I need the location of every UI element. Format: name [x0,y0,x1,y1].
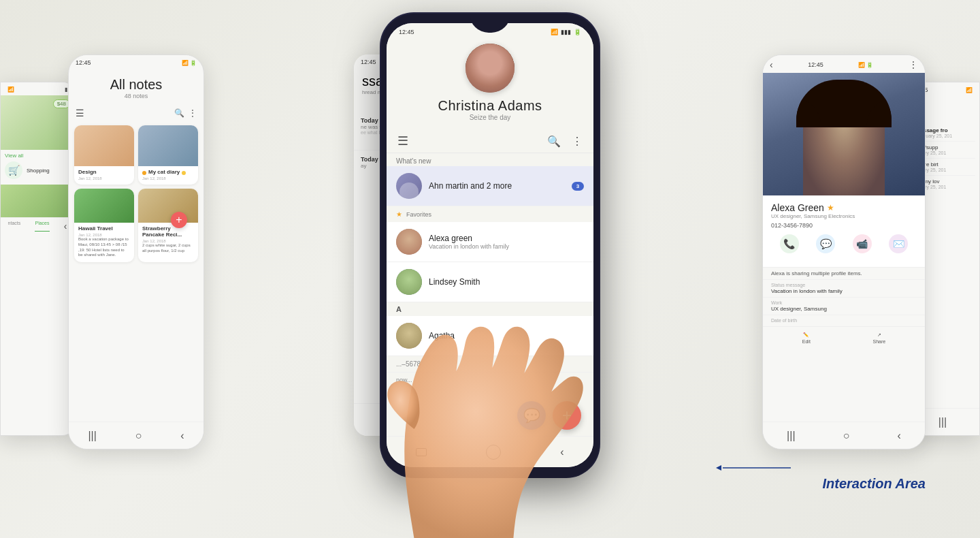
hamburger-icon[interactable]: ☰ [397,133,408,148]
dot-orange [142,171,146,175]
center-status-icons: 📶 ▮▮▮ 🔋 [551,29,581,35]
video-action[interactable]: 📹 [853,234,872,253]
chat-icon-circle: 💬 [816,234,835,253]
chat-fab[interactable]: 💬 [517,401,546,430]
share-button[interactable]: ↗ Share [873,332,886,344]
phone-number-partial: ...–5678 [387,356,593,373]
note-text-hawaii: Book a vacation package to Maui, 08/10 1… [78,237,130,258]
back-arrow[interactable]: ‹ [64,221,67,232]
avatar-face [466,44,514,93]
contact-phone: 012-3456-7890 [771,222,917,229]
contact-name-lindsey: Lindsey Smith [429,277,584,287]
search-toolbar-icon[interactable]: 🔍 [547,135,561,148]
star-icon: ★ [396,210,402,218]
note-date-design: Jan 12, 2018 [78,176,130,180]
note-card-image-art [74,125,134,166]
msg-sender-2: Today [361,156,378,163]
note-card-hawaii[interactable]: Hawaii Travel Jan 12, 2018 Book a vacati… [74,189,134,262]
more-icon[interactable]: ⋮ [189,108,197,118]
status-label: Status message [771,283,917,287]
food-hero-image: $48 [1,95,74,150]
toolbar-right-icons: 🔍 ⋮ [547,135,583,148]
edit-button[interactable]: ✏️ Edit [802,332,811,344]
dob-section: Date of birth [763,315,925,326]
search-icon[interactable]: 🔍 [174,108,184,118]
toolbar-action-icons: 🔍 ⋮ [174,108,197,118]
back-nav[interactable]: ‹ [180,430,184,442]
contact-row-agatha[interactable]: Agatha [387,316,593,356]
note-card-image-pancake [138,189,198,223]
compose-fab[interactable]: + [553,401,581,430]
signal-icon: ▮▮▮ [561,29,571,35]
mail-action[interactable]: ✉️ [889,234,908,253]
contact-row-lindsey[interactable]: Lindsey Smith [387,262,593,302]
contact-row-alexa[interactable]: Alexa green Vacation in london with fami… [387,222,593,262]
recents-nav-r[interactable]: ||| [787,430,795,442]
more-toolbar-icon[interactable]: ⋮ [572,135,583,148]
back-icon-right[interactable]: ‹ [770,59,773,70]
note-title-design: Design [78,169,130,175]
note-card-design[interactable]: Design Jan 12, 2018 [74,125,134,185]
recents-nav-fr[interactable]: ||| [938,416,947,428]
places-tab[interactable]: Places [35,221,49,232]
status-value: Vacation in london with family [771,288,917,294]
note-title-hawaii: Hawaii Travel [78,225,130,232]
notes-toolbar: ☰ 🔍 ⋮ [74,105,198,121]
note-card-pancake[interactable]: Strawberry Pancake Reci... Jan 12, 2018 … [138,189,198,262]
shopping-label: Shopping [27,168,50,174]
status-icons-right: 📶🔋 [858,62,873,68]
share-label: Share [873,339,886,344]
wifi-icon: 📶 [551,29,558,35]
contact-sub-alexa: Vacation in london with family [429,243,584,250]
statusbar-left: 12:45 📶🔋 [69,55,203,69]
message-badge: 3 [572,182,584,191]
dob-label: Date of birth [771,318,917,323]
contact-info-agatha: Agatha [429,331,584,341]
recents-button[interactable] [416,448,427,456]
contact-name-row: Alexa Green ★ [771,202,917,213]
more-icon-right[interactable]: ⋮ [909,59,918,70]
center-time: 12:45 [399,29,414,35]
view-all-link[interactable]: View all [5,153,70,159]
menu-icon[interactable]: ☰ [76,108,84,118]
shopping-icon[interactable]: 🛒 [5,161,22,179]
back-button[interactable]: ‹ [560,446,564,458]
profile-section: Christina Adams Seize the day [387,37,593,129]
chat-action[interactable]: 💬 [816,234,835,253]
app-options: View all 🛒 Shopping [1,150,74,185]
phone-screen: 12:45 📶 ▮▮▮ 🔋 Christina Adams Seize the … [387,23,593,467]
home-button[interactable] [486,445,501,460]
back-nav-r[interactable]: ‹ [898,430,901,442]
note-card-cat[interactable]: My cat diary Jan 12, 2018 [138,125,198,185]
contact-info-alexa: Alexa green Vacation in london with fami… [429,234,584,250]
svg-marker-0 [716,465,721,471]
phone-frame: 12:45 📶 ▮▮▮ 🔋 Christina Adams Seize the … [381,14,599,477]
bottom-nav-left: ||| ○ ‹ [69,422,203,449]
profile-name: Christina Adams [438,98,542,114]
status-section: Status message Vacation in london with f… [763,279,925,297]
edit-icon: ✏️ [803,332,809,338]
call-action[interactable]: 📞 [780,234,799,253]
battery-icon: ▮ [65,86,67,93]
app-tabs: ntacts Places ‹ [1,217,74,234]
interaction-area-text: Interaction Area [822,476,926,491]
contact-name-agatha: Agatha [429,331,584,341]
know-text: now... [387,373,593,387]
contact-info-ahn: Ahn martin and 2 more [429,181,565,191]
center-phone: 12:45 📶 ▮▮▮ 🔋 Christina Adams Seize the … [381,14,599,477]
contacts-tab[interactable]: ntacts [8,221,21,232]
home-nav[interactable]: ○ [135,430,142,442]
favorite-star: ★ [827,203,834,212]
contact-row-ahn[interactable]: Ahn martin and 2 more 3 [387,166,593,206]
whats-new-label: What's new [387,153,593,166]
work-label: Work [771,300,917,305]
profile-status: Seize the day [470,114,511,121]
contact-info-section: Alexa Green ★ UX designer, Samsung Elect… [763,195,925,267]
note-date-cat: Jan 12, 2018 [142,176,194,180]
status-icons-left: 📶🔋 [182,60,197,66]
edit-label: Edit [802,339,811,344]
home-nav-r[interactable]: ○ [843,430,850,442]
add-note-fab[interactable]: + [171,212,187,228]
right-phone: ‹ 12:45 📶🔋 ⋮ Alexa Green ★ UX designer, … [762,54,926,449]
recents-nav[interactable]: ||| [88,430,96,442]
